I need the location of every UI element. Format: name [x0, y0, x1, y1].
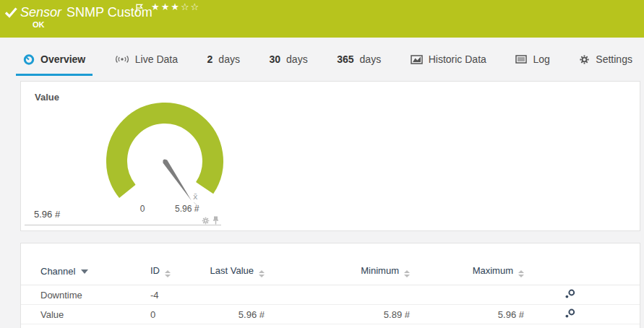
cell-id: -4 [150, 285, 208, 305]
cell-channel: Value [21, 305, 150, 324]
historic-chart-icon [411, 54, 423, 65]
gauge-channel-title: Value [35, 92, 59, 103]
priority-stars[interactable]: ★★★☆☆ [151, 1, 200, 12]
channels-table: Channel ID Last Value Minimum Maximum [21, 261, 640, 324]
column-header-id-label: ID [150, 265, 160, 276]
cell-last-value [208, 285, 265, 305]
column-header-last-value-label: Last Value [210, 265, 254, 276]
cell-maximum: 5.96 # [410, 305, 524, 324]
table-row[interactable]: Downtime -4 [21, 285, 640, 305]
tab-2-days[interactable]: 2 days [200, 53, 247, 76]
cell-channel: Downtime [21, 285, 150, 305]
column-header-maximum[interactable]: Maximum [410, 261, 524, 285]
stars-filled: ★★★ [151, 1, 181, 12]
table-row[interactable]: Value 0 5.96 # 5.89 # 5.96 # [21, 305, 640, 324]
sensor-type-label: Sensor [20, 5, 61, 20]
cell-minimum: 5.89 # [265, 305, 410, 324]
column-header-actions [524, 261, 617, 285]
tab-365-days[interactable]: 365 days [330, 53, 388, 76]
gauge-settings-gear-icon[interactable] [202, 215, 210, 228]
tab-log[interactable]: Log [508, 53, 557, 76]
cell-maximum [410, 285, 524, 305]
cell-id: 0 [150, 305, 208, 324]
tab-live-data[interactable]: Live Data [108, 53, 185, 76]
gauge-pin-icon[interactable] [212, 215, 219, 228]
tab-bar: Overview Live Data 2 days 30 days 365 da… [0, 38, 644, 76]
flag-icon[interactable] [135, 3, 144, 16]
edit-channel-icon[interactable] [564, 289, 576, 301]
gauge-max-label: 5.96 # [175, 204, 199, 214]
channels-panel: Channel ID Last Value Minimum Maximum [20, 243, 640, 328]
tab-live-data-label: Live Data [135, 53, 178, 65]
tab-settings[interactable]: Settings [572, 53, 640, 76]
prtg-sensor-page: { "colors": { "header_green": "#b7c41d",… [0, 0, 644, 328]
edit-channel-icon[interactable] [564, 308, 576, 321]
stars-empty: ☆☆ [181, 1, 200, 12]
column-header-channel-label: Channel [40, 266, 75, 277]
tab-2-days-word: days [218, 53, 240, 65]
tab-30-days[interactable]: 30 days [262, 53, 314, 76]
column-header-spacer [617, 261, 640, 285]
column-header-id[interactable]: ID [150, 261, 208, 285]
tab-30-days-number: 30 [269, 53, 280, 65]
gauge-current-value: 5.96 # [34, 209, 60, 220]
page-title: SensorSNMP Custom [20, 5, 153, 20]
gauge-footer-divider [25, 225, 221, 225]
sort-both-icon [259, 270, 265, 277]
value-gauge [87, 93, 246, 220]
cell-last-value: 5.96 # [208, 305, 265, 324]
tab-overview[interactable]: Overview [16, 53, 93, 76]
column-header-last-value[interactable]: Last Value [208, 261, 265, 285]
sort-both-icon [165, 270, 171, 277]
gauge-mean-marker: x̄ [193, 192, 198, 202]
sensor-status-header: SensorSNMP Custom ★★★☆☆ OK [0, 0, 644, 38]
sort-both-icon [518, 270, 524, 277]
gauge-panel: Value 0 5.96 # x̄ 5.96 # [20, 81, 640, 231]
gauge-icon [23, 53, 35, 65]
sort-desc-icon [81, 269, 88, 274]
column-header-maximum-label: Maximum [473, 265, 513, 276]
tab-historic-data-label: Historic Data [429, 53, 486, 65]
cell-minimum [265, 285, 410, 305]
broadcast-icon [115, 54, 129, 64]
tab-365-days-number: 365 [337, 53, 353, 65]
tab-30-days-word: days [286, 53, 308, 65]
table-header-row: Channel ID Last Value Minimum Maximum [21, 261, 640, 285]
gauge-min-label: 0 [135, 204, 150, 214]
tab-historic-data[interactable]: Historic Data [403, 53, 494, 76]
tab-settings-label: Settings [596, 53, 632, 65]
tab-overview-label: Overview [40, 53, 85, 65]
column-header-channel[interactable]: Channel [21, 261, 150, 285]
status-badge: OK [33, 20, 45, 29]
column-header-minimum[interactable]: Minimum [265, 261, 410, 285]
log-icon [515, 54, 527, 64]
sort-both-icon [404, 270, 410, 277]
column-header-minimum-label: Minimum [361, 265, 399, 276]
tab-365-days-word: days [360, 53, 382, 65]
gauge-toolbar [202, 215, 219, 228]
gear-icon [579, 54, 590, 65]
tab-log-label: Log [533, 53, 549, 65]
tab-2-days-number: 2 [207, 53, 213, 65]
status-check-icon [4, 7, 18, 21]
